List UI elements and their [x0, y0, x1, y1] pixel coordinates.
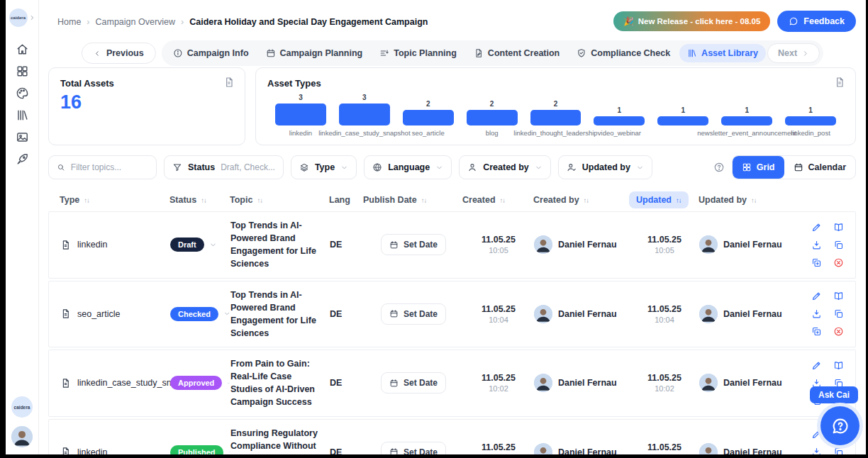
breadcrumb-separator: ›	[181, 17, 184, 27]
edit-button[interactable]	[811, 222, 822, 233]
status-dropdown[interactable]: Draft	[170, 238, 230, 252]
status-dropdown[interactable]: Published	[170, 445, 230, 454]
column-header-created[interactable]: Created↑↓	[462, 195, 533, 205]
table-row[interactable]: linkedin Draft Top Trends in AI-Powered …	[48, 211, 856, 279]
breadcrumb-home[interactable]: Home	[57, 17, 81, 27]
tasks-icon	[379, 48, 389, 58]
updated-by-user: Daniel Fernau	[699, 374, 795, 392]
avatar	[699, 443, 718, 454]
asset-types-bar-chart: 3linkedin3linkedin_case_study_snapshot2s…	[269, 95, 842, 138]
edit-button[interactable]	[811, 291, 822, 301]
tab-content-creation[interactable]: Content Creation	[466, 44, 567, 62]
column-header-topic[interactable]: Topic↑↓	[230, 195, 329, 205]
status-filter[interactable]: Status Draft, Check...	[164, 155, 284, 179]
new-release-banner-button[interactable]: 🎉 New Release - click here - 08.05	[613, 11, 770, 31]
calendar-icon	[389, 240, 399, 250]
set-date-button[interactable]: Set Date	[381, 372, 446, 393]
funnel-icon	[172, 162, 182, 172]
updated-by-user: Daniel Fernau	[699, 305, 795, 323]
status-dropdown[interactable]: Approved	[170, 376, 230, 390]
grid-view-button[interactable]: Grid	[733, 156, 784, 179]
file-icon	[60, 240, 71, 250]
edit-button[interactable]	[811, 429, 822, 440]
download-button[interactable]	[811, 308, 822, 319]
help-icon[interactable]	[713, 162, 725, 173]
search-input[interactable]	[71, 162, 148, 172]
table-row[interactable]: linkedin Published Ensuring Regulatory C…	[48, 419, 856, 455]
set-date-button[interactable]: Set Date	[381, 303, 446, 325]
column-header-created-by[interactable]: Created by↑↓	[533, 195, 629, 205]
column-header-publish-date[interactable]: Publish Date↑↓	[363, 195, 462, 205]
copy-button[interactable]	[833, 447, 844, 454]
type-filter[interactable]: Type	[291, 155, 357, 179]
column-header-updated[interactable]: Updated↑↓	[629, 191, 689, 208]
preview-button[interactable]	[833, 222, 844, 233]
topic-text: Ensuring Regulatory Compliance Without C…	[230, 427, 330, 455]
edit-button[interactable]	[811, 360, 822, 371]
reject-button[interactable]	[833, 257, 844, 268]
tab-asset-library[interactable]: Asset Library	[679, 44, 766, 62]
copy-button[interactable]	[833, 240, 844, 250]
party-popper-icon: 🎉	[623, 16, 633, 26]
total-assets-card: Total Assets 16	[48, 67, 245, 145]
chart-bar-linkedin_thought_leadership: 2linkedin_thought_leadership	[524, 100, 588, 138]
feedback-button[interactable]: Feedback	[777, 11, 856, 32]
set-date-button[interactable]: Set Date	[381, 234, 446, 255]
sidebar-item-dashboard[interactable]	[16, 65, 29, 78]
chart-bar-newsletter_event_announcement: 1newsletter_event_announcement	[715, 106, 779, 138]
preview-button[interactable]	[833, 291, 844, 301]
column-header-type[interactable]: Type↑↓	[60, 195, 169, 205]
copy-button[interactable]	[833, 308, 844, 319]
chart-bar-linkedin_post: 1linkedin_post	[779, 106, 842, 138]
tab-campaign-planning[interactable]: Campaign Planning	[258, 44, 371, 62]
language-filter[interactable]: Language	[364, 155, 452, 179]
sort-icon: ↑↓	[201, 196, 206, 204]
set-date-button[interactable]: Set Date	[381, 442, 446, 454]
breadcrumb-campaign-overview[interactable]: Campaign Overview	[96, 17, 176, 27]
sidebar-item-asset-library[interactable]	[16, 108, 29, 122]
tab-campaign-info[interactable]: Campaign Info	[165, 44, 257, 62]
ask-cai-label[interactable]: Ask Cai	[810, 386, 858, 403]
sidebar-item-brand-palette[interactable]	[16, 86, 29, 100]
updated-by-user: Daniel Fernau	[699, 235, 795, 254]
duplicate-button[interactable]	[811, 326, 822, 337]
caidera-badge[interactable]: caidera	[11, 396, 33, 418]
status-badge: Draft	[170, 238, 204, 252]
table-row[interactable]: linkedin_case_study_snapshot Approved Fr…	[48, 350, 856, 417]
column-header-lang: Lang	[329, 195, 363, 205]
topic-text: Top Trends in AI-Powered Brand Engagemen…	[230, 289, 330, 340]
previous-button[interactable]: Previous	[82, 43, 156, 64]
updated-by-user: Daniel Fernau	[699, 443, 795, 454]
report-file-icon[interactable]	[834, 77, 845, 88]
breadcrumb: Home › Campaign Overview › Caidera Holid…	[57, 17, 428, 27]
column-header-status[interactable]: Status↑↓	[169, 195, 230, 205]
duplicate-button[interactable]	[811, 257, 822, 268]
reject-button[interactable]	[833, 326, 844, 337]
download-button[interactable]	[811, 447, 822, 454]
sidebar-expand-icon[interactable]	[28, 14, 35, 21]
chart-bar-linkedin_case_study_snapshot: 3linkedin_case_study_snapshot	[333, 94, 396, 138]
tab-topic-planning[interactable]: Topic Planning	[372, 44, 464, 62]
table-row[interactable]: seo_article Checked Top Trends in AI-Pow…	[48, 281, 856, 348]
topic-search-box[interactable]	[48, 155, 157, 179]
tab-compliance-check[interactable]: Compliance Check	[569, 44, 678, 62]
download-button[interactable]	[811, 240, 822, 250]
column-header-updated-by[interactable]: Updated by↑↓	[699, 195, 794, 205]
grid-icon	[742, 162, 752, 172]
ask-cai-button[interactable]	[820, 406, 859, 445]
calendar-view-button[interactable]: Calendar	[784, 156, 856, 179]
total-assets-title: Total Assets	[60, 78, 114, 89]
updated-by-filter[interactable]: Updated by	[558, 155, 652, 179]
chevron-down-icon	[340, 164, 348, 172]
report-file-icon[interactable]	[223, 77, 235, 88]
sidebar-item-home[interactable]	[16, 43, 29, 56]
sidebar-item-campaign-launch[interactable]	[16, 152, 29, 166]
sidebar-item-media-gallery[interactable]	[16, 130, 29, 144]
next-button[interactable]: Next	[767, 43, 820, 63]
preview-button[interactable]	[833, 360, 844, 371]
created-by-filter[interactable]: Created by	[459, 155, 551, 179]
file-icon	[60, 378, 71, 389]
user-avatar[interactable]	[11, 426, 33, 447]
caidera-logo[interactable]: caidera	[9, 9, 28, 27]
status-dropdown[interactable]: Checked	[170, 307, 230, 321]
